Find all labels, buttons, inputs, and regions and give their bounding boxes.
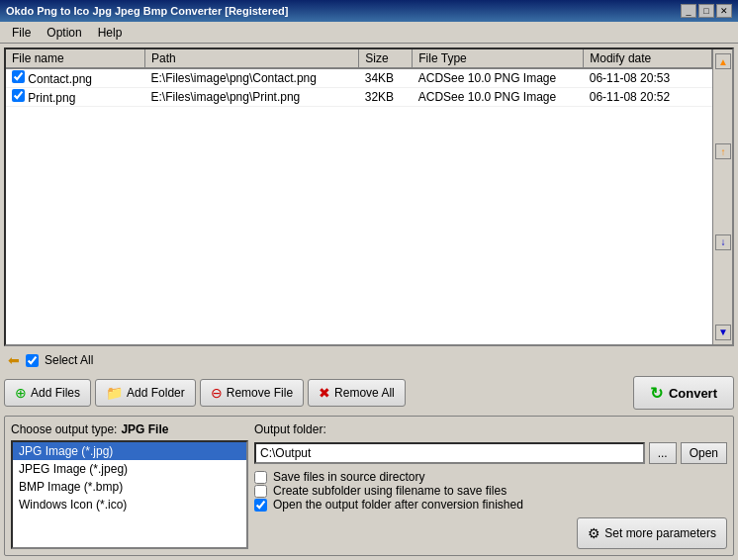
bottom-section: Choose output type: JPG File JPG Image (…	[4, 416, 734, 556]
checkbox-row: Save files in source directory	[254, 470, 727, 484]
select-all-checkbox[interactable]	[26, 354, 39, 367]
table-row[interactable]: Contact.png E:\Files\image\png\Contact.p…	[6, 68, 712, 88]
close-button[interactable]: ✕	[716, 4, 732, 18]
add-folder-icon: 📁	[106, 385, 123, 401]
output-type-label: Choose output type:	[11, 422, 117, 436]
scroll-down-button[interactable]: ↓	[715, 234, 731, 250]
folder-row: ... Open	[254, 442, 727, 464]
select-all-bar: ⬅ Select All	[4, 350, 734, 370]
option-checkbox-0[interactable]	[254, 471, 267, 484]
col-filetype: File Type	[413, 49, 584, 68]
output-type-current: JPG File	[121, 422, 168, 436]
add-files-button[interactable]: ⊕ Add Files	[4, 379, 91, 407]
row-checkbox[interactable]	[12, 70, 25, 83]
browse-button[interactable]: ...	[649, 442, 677, 464]
scroll-buttons: ▲ ↑ ↓ ▼	[712, 49, 732, 344]
row-checkbox[interactable]	[12, 89, 25, 102]
checkbox-row: Open the output folder after conversion …	[254, 498, 727, 512]
option-label-1: Create subfolder using filename to save …	[273, 484, 507, 498]
minimize-button[interactable]: _	[681, 4, 696, 18]
add-files-icon: ⊕	[15, 385, 27, 401]
menu-option[interactable]: Option	[39, 24, 89, 42]
main-content: File name Path Size File Type Modify dat…	[0, 44, 738, 560]
gear-icon: ⚙	[588, 525, 600, 541]
scroll-bottom-button[interactable]: ▼	[715, 325, 731, 340]
remove-file-button[interactable]: ⊖ Remove File	[200, 379, 304, 407]
menu-bar: File Option Help	[0, 22, 738, 44]
option-checkbox-2[interactable]	[254, 499, 267, 512]
table-row[interactable]: Print.png E:\Files\image\png\Print.png 3…	[6, 88, 712, 107]
add-folder-button[interactable]: 📁 Add Folder	[95, 379, 196, 407]
maximize-button[interactable]: □	[698, 4, 714, 18]
title-bar: Okdo Png to Ico Jpg Jpeg Bmp Converter […	[0, 0, 738, 22]
col-path: Path	[145, 49, 359, 68]
menu-file[interactable]: File	[4, 24, 39, 42]
file-table: File name Path Size File Type Modify dat…	[6, 49, 712, 344]
toolbar: ⊕ Add Files 📁 Add Folder ⊖ Remove File ✖…	[4, 374, 734, 412]
option-checkbox-1[interactable]	[254, 485, 267, 498]
output-folder-label: Output folder:	[254, 422, 727, 436]
remove-all-button[interactable]: ✖ Remove All	[308, 379, 406, 407]
col-filename: File name	[6, 49, 145, 68]
output-type-panel: Choose output type: JPG File JPG Image (…	[11, 422, 248, 549]
window-controls[interactable]: _ □ ✕	[681, 4, 732, 18]
open-folder-button[interactable]: Open	[681, 442, 727, 464]
option-label-2: Open the output folder after conversion …	[273, 498, 523, 512]
file-type-option[interactable]: BMP Image (*.bmp)	[13, 478, 246, 496]
file-list-container: File name Path Size File Type Modify dat…	[4, 47, 734, 346]
folder-back-icon: ⬅	[8, 352, 20, 368]
scroll-top-button[interactable]: ▲	[715, 53, 731, 69]
title-text: Okdo Png to Ico Jpg Jpeg Bmp Converter […	[6, 5, 288, 17]
set-params-button[interactable]: ⚙ Set more parameters	[577, 517, 727, 549]
menu-help[interactable]: Help	[90, 24, 131, 42]
file-type-option[interactable]: Windows Icon (*.ico)	[13, 496, 246, 513]
output-folder-panel: Output folder: ... Open Save files in so…	[254, 422, 727, 549]
option-label-0: Save files in source directory	[273, 470, 424, 484]
scroll-up-button[interactable]: ↑	[715, 143, 731, 159]
file-type-option[interactable]: JPG Image (*.jpg)	[13, 442, 246, 460]
col-size: Size	[359, 49, 413, 68]
folder-path-input[interactable]	[254, 442, 645, 464]
file-type-list[interactable]: JPG Image (*.jpg)JPEG Image (*.jpeg)BMP …	[11, 440, 248, 549]
remove-file-icon: ⊖	[211, 385, 223, 401]
convert-button[interactable]: ↻ Convert	[633, 376, 734, 410]
checkbox-row: Create subfolder using filename to save …	[254, 484, 727, 498]
remove-all-icon: ✖	[319, 385, 330, 401]
convert-icon: ↻	[650, 384, 663, 403]
select-all-label: Select All	[45, 353, 93, 367]
file-type-option[interactable]: JPEG Image (*.jpeg)	[13, 460, 246, 478]
col-modified: Modify date	[584, 49, 712, 68]
